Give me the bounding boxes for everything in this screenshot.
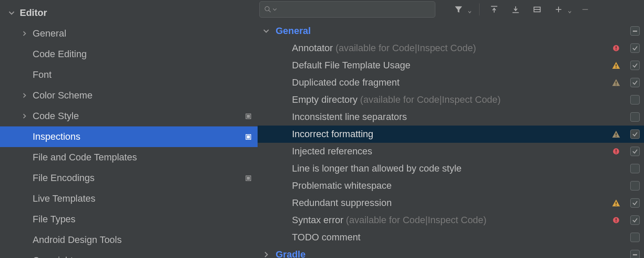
inspection-note: (available for Code|Inspect Code) [360, 94, 501, 105]
spacer [21, 174, 28, 182]
error-icon [611, 43, 621, 53]
sidebar-item-file-types[interactable]: File Types [0, 209, 258, 230]
collapse-all-button[interactable] [506, 2, 525, 17]
inspection-row[interactable]: Problematic whitespace [258, 177, 644, 194]
sidebar-item-label: Code Style [33, 111, 241, 122]
checkbox[interactable] [630, 95, 640, 104]
checkbox[interactable] [630, 112, 640, 122]
checkbox-mixed[interactable] [630, 250, 640, 258]
search-input[interactable] [278, 5, 431, 15]
inspection-note: (available for Code|Inspect Code) [346, 215, 486, 226]
sidebar-section-label: Editor [20, 7, 252, 18]
chevron-down-icon [262, 27, 270, 35]
inspection-tree: GeneralAnnotator(available for Code|Insp… [258, 22, 644, 258]
svg-rect-29 [616, 202, 617, 204]
scheme-icon [245, 133, 252, 140]
inspection-label: Duplicated code fragment [292, 77, 400, 88]
checkbox[interactable] [630, 78, 640, 87]
spacer [611, 233, 621, 242]
inspection-row[interactable]: Duplicated code fragment [258, 74, 644, 91]
sidebar-item-live-templates[interactable]: Live Templates [0, 188, 258, 209]
sidebar-item-label: File Types [33, 214, 252, 225]
inspection-row[interactable]: Redundant suppression [258, 194, 644, 212]
category-label: Gradle [276, 249, 306, 258]
chevron-down-icon [8, 9, 15, 17]
checkbox-mixed[interactable] [630, 26, 640, 36]
inspection-row[interactable]: TODO comment [258, 229, 644, 246]
spacer [611, 95, 621, 104]
svg-rect-27 [616, 150, 617, 152]
sidebar-item-label: Color Scheme [33, 90, 252, 101]
spacer [21, 236, 28, 244]
search-icon [264, 6, 272, 13]
sidebar-item-code-editing[interactable]: Code Editing [0, 44, 258, 64]
checkbox[interactable] [630, 43, 640, 53]
checkbox[interactable] [630, 61, 640, 70]
spacer [21, 195, 28, 203]
inspection-label: Default File Template Usage [292, 60, 410, 71]
inspection-row[interactable]: Syntax error(available for Code|Inspect … [258, 212, 644, 229]
checkbox[interactable] [630, 181, 640, 190]
svg-rect-21 [616, 68, 617, 68]
sidebar-item-color-scheme[interactable]: Color Scheme [0, 85, 258, 106]
inspection-label: Inconsistent line separators [292, 111, 407, 123]
checkbox[interactable] [630, 233, 640, 242]
search-box[interactable] [259, 1, 435, 18]
spacer [611, 164, 621, 173]
scheme-icon [245, 113, 252, 120]
category-general[interactable]: General [258, 22, 644, 40]
filter-button[interactable] [449, 2, 468, 17]
category-label: General [276, 25, 311, 37]
remove-button[interactable] [576, 2, 595, 17]
chevron-down-icon [273, 7, 277, 12]
inspection-label: TODO comment [292, 232, 361, 243]
inspection-row[interactable]: Annotator(available for Code|Inspect Cod… [258, 40, 644, 57]
chevron-right-icon [262, 250, 270, 258]
sidebar-section-editor[interactable]: Editor [0, 3, 258, 23]
chevron-right-icon [21, 112, 28, 120]
svg-point-6 [265, 6, 269, 11]
group-by-button[interactable] [528, 2, 547, 17]
inspection-row[interactable]: Incorrect formatting [258, 126, 644, 143]
svg-rect-24 [616, 133, 617, 135]
inspection-row[interactable]: Inconsistent line separators [258, 108, 644, 126]
sidebar-item-label: Android Design Tools [33, 234, 252, 246]
sidebar-item-android-design-tools[interactable]: Android Design Tools [0, 230, 258, 250]
sidebar-item-file-and-code-templates[interactable]: File and Code Templates [0, 147, 258, 168]
sidebar-item-label: Font [33, 69, 252, 80]
sidebar-item-code-style[interactable]: Code Style [0, 106, 258, 126]
sidebar-item-file-encodings[interactable]: File Encodings [0, 168, 258, 188]
inspection-row[interactable]: Empty directory(available for Code|Inspe… [258, 91, 644, 108]
checkbox[interactable] [630, 147, 640, 156]
checkbox[interactable] [630, 164, 640, 173]
sidebar-item-inspections[interactable]: Inspections [0, 126, 258, 147]
settings-sidebar: Editor GeneralCode EditingFontColor Sche… [0, 0, 258, 258]
sidebar-item-font[interactable]: Font [0, 64, 258, 85]
scheme-icon [245, 175, 252, 181]
checkbox[interactable] [630, 198, 640, 208]
inspection-label: Line is longer than allowed by code styl… [292, 163, 462, 174]
weak-icon [611, 129, 621, 139]
inspection-label: Redundant suppression [292, 197, 392, 209]
inspection-row[interactable]: Default File Template Usage [258, 57, 644, 74]
category-gradle[interactable]: Gradle [258, 246, 644, 258]
sidebar-item-label: Inspections [33, 131, 241, 142]
svg-rect-19 [616, 49, 617, 50]
inspection-row[interactable]: Line is longer than allowed by code styl… [258, 160, 644, 177]
inspection-label: Incorrect formatting [292, 129, 374, 140]
weak-icon [611, 78, 621, 87]
spacer [21, 133, 28, 141]
expand-all-button[interactable] [485, 2, 504, 17]
checkbox[interactable] [630, 129, 640, 139]
sidebar-item-general[interactable]: General [0, 23, 258, 44]
chevron-right-icon [21, 92, 28, 99]
spacer [21, 71, 28, 79]
inspection-note: (available for Code|Inspect Code) [335, 43, 476, 54]
add-button[interactable] [549, 2, 568, 17]
svg-rect-25 [616, 136, 617, 137]
inspection-row[interactable]: Injected references [258, 143, 644, 160]
svg-rect-32 [616, 218, 617, 221]
inspection-label: Injected references [292, 146, 372, 157]
sidebar-item-copyright[interactable]: Copyright [0, 250, 258, 258]
checkbox[interactable] [630, 215, 640, 225]
